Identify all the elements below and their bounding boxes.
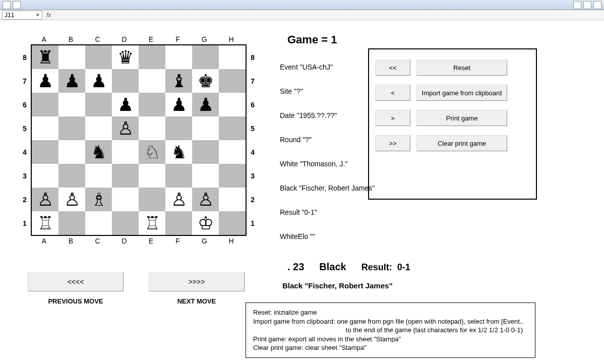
square-g3[interactable] [192,164,219,188]
square-h1[interactable] [219,211,246,235]
toolbar-icon[interactable] [573,1,581,9]
square-h5[interactable] [219,116,246,140]
square-c4[interactable]: ♞ [85,140,112,164]
square-c7[interactable]: ♟ [85,69,112,93]
square-a5[interactable] [32,116,58,140]
prev-button[interactable]: < [375,85,410,101]
result-label: Result: [361,262,392,272]
game-info: Event "USA-chJ" Site "?" Date "1955.??.?… [280,35,381,245]
square-c8[interactable] [85,45,112,69]
dropdown-icon[interactable]: ▼ [35,13,40,18]
square-g5[interactable] [192,116,219,140]
info-black: Black "Fischer, Robert James" [280,184,381,192]
square-e7[interactable] [139,69,165,93]
square-e1[interactable]: ♖ [139,211,165,235]
square-c5[interactable] [85,116,112,140]
toolbar-icon[interactable] [583,1,591,9]
square-d7[interactable] [112,69,139,93]
square-b5[interactable] [58,116,85,140]
toolbar-icon[interactable] [3,1,11,9]
square-a7[interactable]: ♟ [32,69,58,93]
toolbar-icon[interactable] [13,1,21,9]
name-box[interactable]: J11 ▼ [2,11,42,20]
board-frame: 87654321 ♜♛♟♟♟♝♚♟♟♟♙♞♘♞♙♙♗♙♙♖♖♔ 87654321 [31,44,247,236]
square-e2[interactable] [139,188,165,211]
square-h7[interactable] [219,69,246,93]
square-e3[interactable] [139,164,165,188]
square-e5[interactable] [139,116,165,140]
import-button[interactable]: Import game from clipboard [416,85,507,101]
square-d6[interactable]: ♟ [112,93,139,116]
square-g6[interactable]: ♟ [192,93,219,116]
square-c2[interactable]: ♗ [85,188,112,211]
nav-buttons: <<<< PREVIOUS MOVE >>>> NEXT MOVE [28,272,245,305]
square-b8[interactable] [58,45,85,69]
square-b2[interactable]: ♙ [58,188,85,211]
square-b6[interactable] [58,93,85,116]
toolbar-icon[interactable] [593,1,601,9]
square-f5[interactable] [165,116,192,140]
square-d4[interactable] [112,140,139,164]
info-white: White "Thomason, J." [280,160,381,168]
square-e8[interactable] [139,45,165,69]
square-a2[interactable]: ♙ [32,188,58,211]
fx-icon[interactable]: fx [46,12,51,19]
status-line: . 23 Black Result: 0-1 [287,261,410,273]
square-f2[interactable]: ♙ [165,188,192,211]
square-h4[interactable] [219,140,246,164]
square-d3[interactable] [112,164,139,188]
next-move-label: NEXT MOVE [177,297,216,305]
square-h3[interactable] [219,164,246,188]
reset-button[interactable]: Reset [416,59,507,76]
last-move-button[interactable]: >> [375,135,410,151]
square-f4[interactable]: ♞ [165,140,192,164]
square-a8[interactable]: ♜ [32,45,58,69]
square-g7[interactable]: ♚ [192,69,219,93]
square-d2[interactable] [112,188,139,211]
square-f7[interactable]: ♝ [165,69,192,93]
current-player: Black "Fischer, Robert James" [282,281,393,290]
clear-print-button[interactable]: Clear print game [416,135,507,151]
square-a4[interactable] [32,140,58,164]
square-b4[interactable] [58,140,85,164]
previous-move-button[interactable]: <<<< [28,272,124,291]
square-a3[interactable] [32,164,58,188]
square-d8[interactable]: ♛ [112,45,139,69]
square-e4[interactable]: ♘ [139,140,165,164]
chess-board-container: ABCDEFGH 87654321 ♜♛♟♟♟♝♚♟♟♟♙♞♘♞♙♙♗♙♙♖♖♔… [28,35,260,245]
square-c1[interactable] [85,211,112,235]
square-a1[interactable]: ♖ [32,211,58,235]
next-move-button[interactable]: >>>> [149,272,245,291]
help-text: Reset: inizialize game Import game from … [246,302,535,358]
square-h8[interactable] [219,45,246,69]
square-h2[interactable] [219,188,246,211]
first-move-button[interactable]: << [375,59,410,76]
chess-board[interactable]: ♜♛♟♟♟♝♚♟♟♟♙♞♘♞♙♙♗♙♙♖♖♔ [32,45,246,235]
print-button[interactable]: Print game [416,110,507,126]
square-f8[interactable] [165,45,192,69]
turn-indicator: Black [319,261,346,273]
square-a6[interactable] [32,93,58,116]
square-f3[interactable] [165,164,192,188]
square-g2[interactable]: ♙ [192,188,219,211]
square-b3[interactable] [58,164,85,188]
help-line: Clear print game: clear sheet "Stampa" [253,343,528,352]
info-result: Result "0-1" [280,208,381,216]
square-c3[interactable] [85,164,112,188]
square-h6[interactable] [219,93,246,116]
help-line: Import game from clipboard: one game fro… [253,317,528,326]
square-d5[interactable]: ♙ [112,116,139,140]
square-c6[interactable] [85,93,112,116]
square-b1[interactable] [58,211,85,235]
square-e6[interactable] [139,93,165,116]
square-f6[interactable]: ♟ [165,93,192,116]
square-f1[interactable] [165,211,192,235]
controls-panel: << Reset < Import game from clipboard > … [368,48,537,200]
square-b7[interactable]: ♟ [58,69,85,93]
square-g1[interactable]: ♔ [192,211,219,235]
square-d1[interactable] [112,211,139,235]
square-g8[interactable] [192,45,219,69]
next-button[interactable]: > [375,110,410,126]
square-g4[interactable] [192,140,219,164]
result-value: 0-1 [397,262,410,272]
